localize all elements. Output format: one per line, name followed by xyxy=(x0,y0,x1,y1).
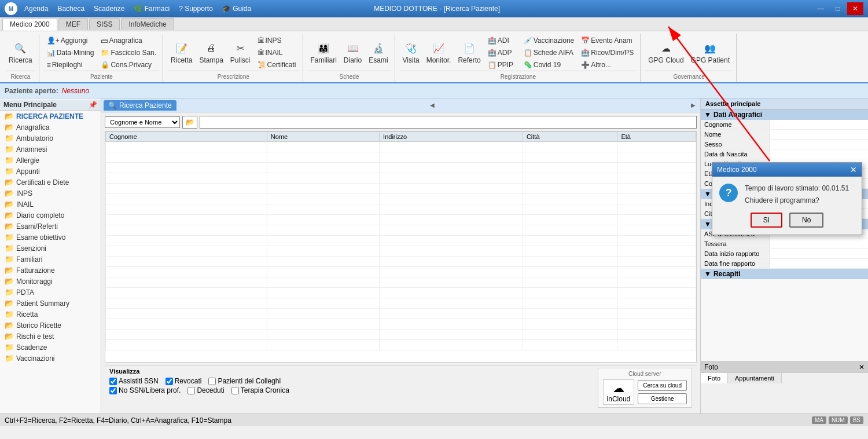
tab-mef[interactable]: MEF xyxy=(58,18,88,30)
table-row[interactable] xyxy=(106,309,696,319)
title-bar-menu-guida[interactable]: 🎓 Guida xyxy=(220,5,253,13)
ribbon-btn-inail[interactable]: 🏛 INAIL xyxy=(255,47,299,58)
sidebar-item-inps[interactable]: 📂 INPS xyxy=(0,188,101,199)
dialog-yes-btn[interactable]: Sì xyxy=(751,213,782,228)
table-row[interactable] xyxy=(106,246,696,257)
checkbox-assistitiSSN[interactable]: Assistiti SSN xyxy=(109,377,159,385)
tab-nav-prev[interactable]: ◀ xyxy=(428,101,437,110)
table-row[interactable] xyxy=(106,236,696,246)
ribbon-btn-ricovdimps[interactable]: 🏥 Ricov/Dim/PS xyxy=(578,47,637,58)
search-tab-title[interactable]: 🔍 Ricerca Paziente xyxy=(104,100,176,111)
table-row[interactable] xyxy=(106,288,696,298)
sidebar-item-esenzioni[interactable]: 📁 Esenzioni xyxy=(0,243,101,254)
ribbon-btn-referto[interactable]: 📄 Referto xyxy=(455,39,483,66)
close-button[interactable]: ✕ xyxy=(847,2,863,15)
sidebar-item-inail[interactable]: 📂 INAIL xyxy=(0,199,101,210)
checkbox-noSSN[interactable]: No SSN/Libera prof. xyxy=(109,386,181,394)
ribbon-btn-altro[interactable]: ➕ Altro... xyxy=(578,59,637,71)
sidebar-item-familiari[interactable]: 📁 Familiari xyxy=(0,254,101,265)
tab-siss[interactable]: SISS xyxy=(89,18,120,30)
ribbon-btn-visita[interactable]: 🩺 Visita xyxy=(400,39,422,66)
foto-close-btn[interactable]: ✕ xyxy=(859,363,865,371)
search-input[interactable] xyxy=(200,116,697,129)
table-row[interactable] xyxy=(106,204,696,215)
ribbon-btn-stampa[interactable]: 🖨 Stampa xyxy=(196,39,226,66)
table-row[interactable] xyxy=(106,298,696,309)
sidebar-item-rischiTest[interactable]: 📂 Rischi e test xyxy=(0,331,101,342)
search-folder-btn[interactable]: 📂 xyxy=(182,116,197,129)
minimize-button[interactable]: — xyxy=(812,2,829,15)
tab-infomediche[interactable]: InfoMediche xyxy=(121,18,174,30)
table-row[interactable] xyxy=(106,340,696,350)
pin-icon[interactable]: 📌 xyxy=(89,101,97,109)
sidebar-item-vaccinazioni[interactable]: 📁 Vaccinazioni xyxy=(0,353,101,364)
ribbon-btn-gpgcloud[interactable]: ☁ GPG Cloud xyxy=(645,39,686,66)
ribbon-btn-ricerca[interactable]: 🔍 Ricerca xyxy=(6,39,35,66)
sidebar-item-anagrafica[interactable]: 📂 Anagrafica xyxy=(0,122,101,133)
ribbon-btn-monitor[interactable]: 📈 Monitor. xyxy=(424,39,454,66)
sidebar-item-anamnesi[interactable]: 📁 Anamnesi xyxy=(0,144,101,155)
checkbox-terapiaCronica[interactable]: Terapia Cronica xyxy=(231,386,289,394)
dialog-no-btn[interactable]: No xyxy=(789,213,823,228)
sidebar-item-monitoraggi[interactable]: 📂 Monitoraggi xyxy=(0,276,101,287)
ribbon-btn-ricetta[interactable]: 📝 Ricetta xyxy=(168,39,195,66)
ribbon-btn-vaccinazione[interactable]: 💉 Vaccinazione xyxy=(521,35,578,46)
table-row[interactable] xyxy=(106,215,696,225)
checkbox-deceduti[interactable]: Deceduti xyxy=(187,386,224,394)
table-row[interactable] xyxy=(106,194,696,204)
checkbox-revocati[interactable]: Revocati xyxy=(165,377,202,385)
table-row[interactable] xyxy=(106,257,696,267)
ribbon-btn-pulisci[interactable]: ✂ Pulisci xyxy=(227,39,253,66)
sidebar-item-certificatiDiete[interactable]: 📂 Certificati e Diete xyxy=(0,177,101,188)
table-row[interactable] xyxy=(106,267,696,277)
ribbon-btn-covid19[interactable]: 🦠 Covid 19 xyxy=(521,59,578,71)
title-bar-menu-scadenze[interactable]: Scadenze xyxy=(91,5,127,13)
ribbon-btn-aggiungi[interactable]: 👤+ Aggiungi xyxy=(44,35,97,46)
search-dropdown[interactable]: Cognome e Nome Codice Fiscale Data di Na… xyxy=(105,116,180,128)
table-row[interactable] xyxy=(106,225,696,236)
table-row[interactable] xyxy=(106,142,696,152)
dialog-close-btn[interactable]: ✕ xyxy=(850,165,857,174)
sidebar-item-esamiReferti[interactable]: 📂 Esami/Referti xyxy=(0,221,101,232)
sidebar-item-allergie[interactable]: 📁 Allergie xyxy=(0,155,101,166)
table-row[interactable] xyxy=(106,173,696,184)
ribbon-btn-datamining[interactable]: 📊 Data-Mining xyxy=(44,47,97,58)
table-row[interactable] xyxy=(106,319,696,330)
ribbon-btn-riepiloghi[interactable]: ≡ Riepiloghi xyxy=(44,59,97,71)
ribbon-btn-certificati[interactable]: 📜 Certificati xyxy=(255,59,299,71)
ribbon-btn-adp[interactable]: 🏥 ADP xyxy=(485,47,520,58)
checkbox-pazientiColleghi[interactable]: Pazienti dei Colleghi xyxy=(208,377,281,385)
table-row[interactable] xyxy=(106,184,696,194)
ribbon-btn-diario[interactable]: 📖 Diario xyxy=(341,39,365,66)
ribbon-btn-inps[interactable]: 🏛 INPS xyxy=(255,35,299,46)
ribbon-btn-adi[interactable]: 🏥 ADI xyxy=(485,35,520,46)
cerca-su-cloud-btn[interactable]: Cerca su cloud xyxy=(638,380,687,391)
sidebar-item-scadenze[interactable]: 📁 Scadenze xyxy=(0,342,101,353)
tab-nav-next[interactable]: ▶ xyxy=(689,101,698,110)
ribbon-btn-eventoana[interactable]: 📅 Evento Anam xyxy=(578,35,637,46)
sidebar-item-ricetta[interactable]: 📁 Ricetta xyxy=(0,309,101,320)
ribbon-btn-familiari[interactable]: 👨‍👩‍👧 Familiari xyxy=(308,39,340,66)
foto-tab-appuntamenti[interactable]: Appuntamenti xyxy=(728,373,782,383)
ribbon-btn-ppip[interactable]: 📋 PPIP xyxy=(485,59,520,71)
table-row[interactable] xyxy=(106,330,696,340)
title-bar-menu-agenda[interactable]: Agenda xyxy=(22,5,50,13)
sidebar-item-patientSummary[interactable]: 📂 Patient Summary xyxy=(0,298,101,309)
section-recapiti[interactable]: ▼ Recapiti xyxy=(701,269,868,279)
title-bar-menu-supporto[interactable]: ? Supporto xyxy=(176,5,215,13)
table-row[interactable] xyxy=(106,152,696,163)
sidebar-item-appunti[interactable]: 📁 Appunti xyxy=(0,166,101,177)
ribbon-btn-anagrafica[interactable]: 🗃 Anagrafica xyxy=(98,35,159,46)
sidebar-item-esameObiettivo[interactable]: 📁 Esame obiettivo xyxy=(0,232,101,243)
sidebar-item-storicoRicette[interactable]: 📂 Storico Ricette xyxy=(0,320,101,331)
gestione-btn[interactable]: Gestione xyxy=(638,393,687,404)
section-datiAnagrafici[interactable]: ▼ Dati Anagrafici xyxy=(701,109,868,120)
sidebar-item-ricercaPaziente[interactable]: 📂 RICERCA PAZIENTE xyxy=(0,111,101,122)
sidebar-item-diarioCompleto[interactable]: 📂 Diario completo xyxy=(0,210,101,221)
table-row[interactable] xyxy=(106,163,696,173)
ribbon-btn-esami[interactable]: 🔬 Esami xyxy=(366,39,391,66)
sidebar-item-pdta[interactable]: 📁 PDTA xyxy=(0,287,101,298)
sidebar-item-ambulatorio[interactable]: 📁 Ambulatorio xyxy=(0,133,101,144)
ribbon-btn-fascicolo[interactable]: 📁 Fascicolo San. xyxy=(98,47,159,58)
table-row[interactable] xyxy=(106,277,696,288)
